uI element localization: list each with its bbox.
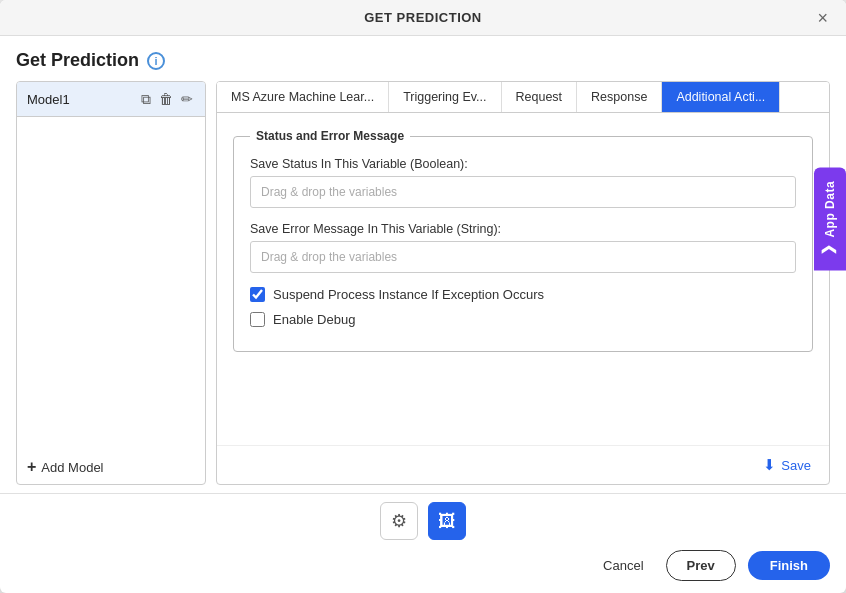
model-item-actions: ⧉ 🗑 ✏ [139,90,195,108]
status-variable-input[interactable]: Drag & drop the variables [250,176,796,208]
app-data-chevron-icon: ❮ [822,244,838,257]
page-title-row: Get Prediction i [0,36,846,81]
gear-icon-button[interactable]: ⚙ [380,502,418,540]
main-content: Model1 ⧉ 🗑 ✏ + Add Model MS Azur [0,81,846,493]
add-model-plus-icon: + [27,458,36,476]
app-data-label: App Data [823,181,837,238]
error-variable-placeholder: Drag & drop the variables [261,250,397,264]
save-label: Save [781,458,811,473]
modal-footer: ⚙ 🖼 Cancel Prev Finish [0,493,846,593]
image-icon: 🖼 [438,511,456,532]
model-copy-button[interactable]: ⧉ [139,90,153,108]
modal-header: GET PREDICTION × [0,0,846,36]
section-legend: Status and Error Message [250,129,410,143]
tab-ms-azure[interactable]: MS Azure Machine Lear... [217,82,389,112]
add-model-label: Add Model [41,460,103,475]
close-button[interactable]: × [811,7,834,29]
footer-icons-row: ⚙ 🖼 [380,502,466,540]
app-data-panel: ❮ App Data [814,167,846,270]
tab-panel: MS Azure Machine Lear... Triggering Ev..… [216,81,830,485]
footer-actions-row: Cancel Prev Finish [16,550,830,581]
tab-additional-acti[interactable]: Additional Acti... [662,82,780,112]
tab-bar: MS Azure Machine Lear... Triggering Ev..… [217,82,829,113]
status-variable-placeholder: Drag & drop the variables [261,185,397,199]
model-item[interactable]: Model1 ⧉ 🗑 ✏ [17,82,205,117]
modal-title: GET PREDICTION [364,10,482,25]
tab-request[interactable]: Request [502,82,578,112]
cancel-button[interactable]: Cancel [593,552,653,579]
error-variable-input[interactable]: Drag & drop the variables [250,241,796,273]
model-list: Model1 ⧉ 🗑 ✏ [17,82,205,450]
model-sidebar: Model1 ⧉ 🗑 ✏ + Add Model [16,81,206,485]
save-button[interactable]: ⬇ Save [755,452,819,478]
tab-triggering-ev[interactable]: Triggering Ev... [389,82,501,112]
model-delete-button[interactable]: 🗑 [157,90,175,108]
modal-body: ❮ App Data Get Prediction i Model1 ⧉ [0,36,846,493]
debug-checkbox-row: Enable Debug [250,312,796,327]
gear-icon: ⚙ [391,510,407,532]
image-icon-button[interactable]: 🖼 [428,502,466,540]
suspend-checkbox[interactable] [250,287,265,302]
tab-response[interactable]: Response [577,82,662,112]
status-variable-label: Save Status In This Variable (Boolean): [250,157,796,171]
app-data-toggle-button[interactable]: ❮ App Data [814,167,846,270]
suspend-checkbox-row: Suspend Process Instance If Exception Oc… [250,287,796,302]
debug-checkbox-label: Enable Debug [273,312,355,327]
tab-content-additional-acti: Status and Error Message Save Status In … [217,113,829,445]
error-variable-label: Save Error Message In This Variable (Str… [250,222,796,236]
modal-window: GET PREDICTION × ❮ App Data Get Predicti… [0,0,846,593]
save-row: ⬇ Save [217,445,829,484]
add-model-row[interactable]: + Add Model [17,450,205,484]
suspend-checkbox-label: Suspend Process Instance If Exception Oc… [273,287,544,302]
save-icon: ⬇ [763,456,776,474]
info-icon[interactable]: i [147,52,165,70]
status-error-section: Status and Error Message Save Status In … [233,129,813,352]
finish-button[interactable]: Finish [748,551,830,580]
debug-checkbox[interactable] [250,312,265,327]
page-title: Get Prediction [16,50,139,71]
model-edit-button[interactable]: ✏ [179,90,195,108]
prev-button[interactable]: Prev [666,550,736,581]
model-item-name: Model1 [27,92,70,107]
